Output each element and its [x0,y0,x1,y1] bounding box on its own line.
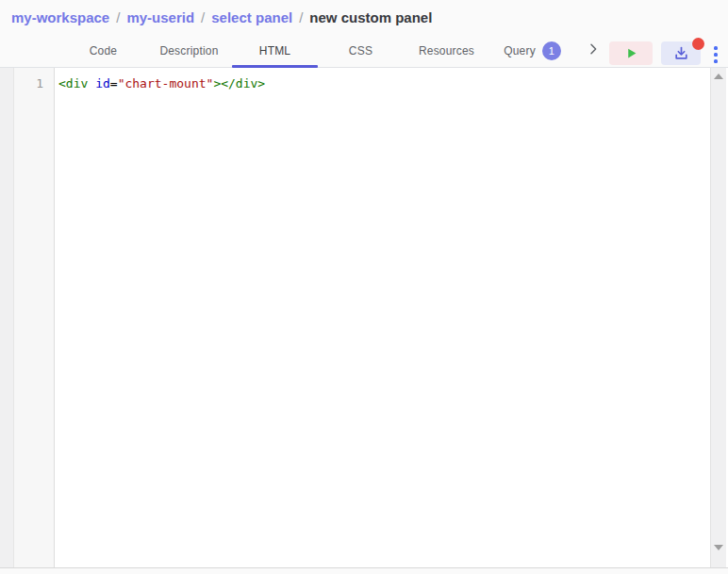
breadcrumb-item-my-workspace[interactable]: my-workspace [11,9,109,25]
breadcrumb-item-my-userid[interactable]: my-userid [126,9,194,25]
tabs-overflow-button[interactable] [582,38,604,60]
tab-label: Query [504,44,536,57]
breadcrumb: my-workspace/my-userid/select panel/new … [0,0,728,34]
left-gutter-strip [0,68,14,567]
notification-dot [692,38,704,50]
download-icon [673,45,689,61]
code-line: <div id="chart-mount"></div> [58,74,710,92]
active-tab-indicator [232,65,318,68]
breadcrumb-item-select-panel[interactable]: select panel [211,9,292,25]
tab-code[interactable]: Code [60,34,146,67]
breadcrumb-separator: / [299,9,303,25]
code-token-string: "chart-mount" [118,76,214,90]
tab-query[interactable]: Query1 [489,34,575,67]
tab-badge: 1 [542,41,561,60]
download-button[interactable] [661,41,701,65]
scroll-up-arrow-icon[interactable] [714,74,723,79]
tab-bar: CodeDescriptionHTMLCSSResourcesQuery1 [0,34,728,68]
breadcrumb-item-new-custom-panel: new custom panel [309,9,432,25]
toolbar-actions [609,34,728,67]
breadcrumb-separator: / [201,9,205,25]
code-token-plain: = [110,76,118,90]
run-button[interactable] [609,41,653,65]
tab-label: Resources [419,44,474,57]
tab-description[interactable]: Description [146,34,232,67]
kebab-icon [714,46,718,63]
code-token-tag: </div> [221,76,265,90]
code-editor[interactable]: 1 <div id="chart-mount"></div> [14,68,710,567]
code-token-attribute: id [95,76,110,90]
line-number-gutter: 1 [14,68,55,567]
chevron-right-icon [586,41,601,57]
page-header: my-workspace/my-userid/select panel/new … [0,0,728,68]
tab-label: Code [90,44,118,57]
tab-label: Description [159,44,218,57]
play-icon [625,47,637,59]
scroll-down-arrow-icon[interactable] [714,545,723,550]
tab-html[interactable]: HTML [232,34,318,67]
tab-css[interactable]: CSS [318,34,404,67]
more-options-button[interactable] [709,42,722,66]
code-area[interactable]: <div id="chart-mount"></div> [55,68,710,567]
vertical-scrollbar[interactable] [710,68,726,567]
footer-strip [0,568,728,574]
line-number: 1 [14,74,54,92]
editor-region: 1 <div id="chart-mount"></div> [0,68,728,568]
code-token-tag: <div [58,76,95,90]
tab-resources[interactable]: Resources [404,34,489,67]
tab-label: CSS [349,44,372,57]
breadcrumb-separator: / [116,9,120,25]
tab-label: HTML [259,44,290,57]
